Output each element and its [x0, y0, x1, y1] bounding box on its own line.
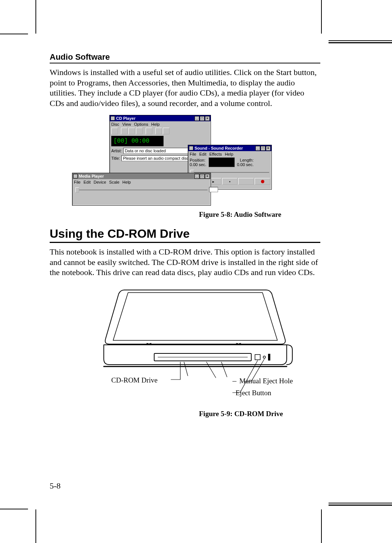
slider-thumb[interactable]	[75, 187, 79, 193]
toolbar-cd-player[interactable]	[110, 127, 211, 135]
figure-audio-software: CD Player _ □ × Disc View Options Help	[72, 115, 274, 208]
length-label: Length:	[237, 158, 254, 162]
section-heading-audio-software: Audio Software	[50, 52, 320, 63]
length-value: 0.00 sec.	[237, 162, 254, 167]
forward-button[interactable]	[116, 196, 123, 203]
position-readout-icon	[209, 187, 218, 192]
menu-file[interactable]: File	[190, 152, 196, 156]
paragraph-audio-software: Windows is installed with a useful set o…	[50, 67, 320, 108]
toolbar-button[interactable]	[121, 128, 128, 134]
close-button[interactable]: ×	[205, 174, 210, 179]
menubar-media-player[interactable]: File Edit Device Scale Help	[72, 179, 211, 185]
menu-help[interactable]: Help	[122, 180, 131, 184]
menu-file[interactable]: File	[74, 180, 81, 184]
play-button[interactable]: ▪	[222, 178, 238, 185]
play-button[interactable]	[167, 136, 175, 141]
menu-disc[interactable]: Disc	[111, 122, 119, 127]
menu-effects[interactable]: Effects	[209, 152, 222, 156]
rewind-button[interactable]	[173, 141, 179, 147]
toolbar-button[interactable]	[146, 128, 152, 134]
menubar-sound-recorder[interactable]: File Edit Effects Help	[188, 151, 271, 157]
menu-view[interactable]: View	[122, 122, 131, 127]
prev-track-button[interactable]	[167, 141, 172, 147]
figure-caption-58: Figure 5-8: Audio Software	[199, 210, 320, 219]
rewind-button[interactable]	[108, 196, 115, 203]
menu-options[interactable]: Options	[134, 122, 148, 127]
menu-scale[interactable]: Scale	[109, 180, 119, 184]
window-title: Media Player	[79, 174, 104, 178]
stop-button[interactable]	[238, 178, 254, 185]
menu-device[interactable]: Device	[94, 180, 106, 184]
menu-help[interactable]: Help	[225, 152, 233, 156]
minimize-button[interactable]: _	[195, 116, 199, 121]
play-button[interactable]	[74, 196, 81, 203]
toolbar-button[interactable]	[128, 128, 135, 134]
mark-out-button[interactable]	[142, 196, 149, 203]
paragraph-cdrom: This notebook is installed with a CD-ROM…	[50, 247, 320, 278]
next-button[interactable]	[124, 196, 131, 203]
minimize-button[interactable]: _	[195, 174, 199, 179]
position-label: Position:	[190, 158, 206, 162]
callout-cdrom-drive: CD-ROM Drive	[111, 376, 158, 384]
stop-button[interactable]	[182, 136, 188, 141]
heading-using-cdrom: Using the CD-ROM Drive	[50, 227, 320, 243]
artist-label: Artist:	[111, 149, 122, 153]
waveform-display	[209, 157, 235, 167]
track-time-display: [00] 00:00	[111, 136, 164, 146]
menubar-cd-player[interactable]: Disc View Options Help	[110, 121, 211, 127]
transport-buttons	[72, 195, 211, 203]
prev-button[interactable]	[100, 196, 108, 203]
maximize-button[interactable]: □	[261, 146, 265, 151]
title-label: Title:	[111, 156, 120, 160]
app-icon	[73, 174, 78, 178]
svg-rect-5	[268, 354, 270, 361]
titlebar-sound-recorder[interactable]: Sound - Sound Recorder _ □ ×	[188, 145, 271, 151]
window-title: CD Player	[116, 116, 136, 121]
toolbar-button[interactable]	[111, 128, 118, 134]
toolbar-button[interactable]	[136, 128, 143, 134]
stop-button[interactable]	[82, 196, 89, 203]
close-button[interactable]: ×	[266, 146, 271, 151]
figure-cdrom-drive: CD-ROM Drive Manual Eject Hole Eject But…	[83, 284, 307, 408]
menu-help[interactable]: Help	[151, 122, 160, 127]
app-icon	[111, 116, 115, 121]
svg-rect-3	[255, 355, 260, 360]
callout-eject-button: Eject Button	[236, 389, 271, 397]
crop-marks-bottom	[0, 502, 392, 543]
record-icon	[261, 180, 264, 183]
menu-edit[interactable]: Edit	[84, 180, 91, 184]
maximize-button[interactable]: □	[200, 174, 205, 179]
forward-button[interactable]	[179, 141, 185, 147]
minimize-button[interactable]: _	[255, 146, 260, 151]
titlebar-cd-player[interactable]: CD Player _ □ ×	[110, 115, 211, 121]
pause-button[interactable]	[176, 136, 182, 141]
menu-edit[interactable]: Edit	[199, 152, 206, 156]
svg-point-4	[263, 356, 265, 358]
maximize-button[interactable]: □	[200, 116, 205, 121]
speaker-icon	[189, 146, 193, 150]
window-title: Sound - Sound Recorder	[195, 146, 243, 150]
close-button[interactable]: ×	[205, 116, 210, 121]
eject-button[interactable]	[90, 196, 97, 203]
position-value: 0.00 sec.	[190, 162, 206, 167]
titlebar-media-player[interactable]: Media Player _ □ ×	[72, 173, 211, 179]
figure-caption-59: Figure 5-9: CD-ROM Drive	[199, 410, 320, 418]
position-slider[interactable]	[75, 186, 208, 194]
toolbar-button[interactable]	[155, 128, 162, 134]
window-media-player[interactable]: Media Player _ □ × File Edit Device Scal…	[72, 173, 211, 206]
mark-in-button[interactable]	[134, 196, 141, 203]
callout-manual-eject-hole: Manual Eject Hole	[239, 377, 293, 385]
crop-marks-top	[0, 0, 392, 41]
record-button[interactable]	[255, 178, 270, 185]
toolbar-button[interactable]	[163, 128, 169, 134]
page-number: 5-8	[50, 481, 60, 491]
